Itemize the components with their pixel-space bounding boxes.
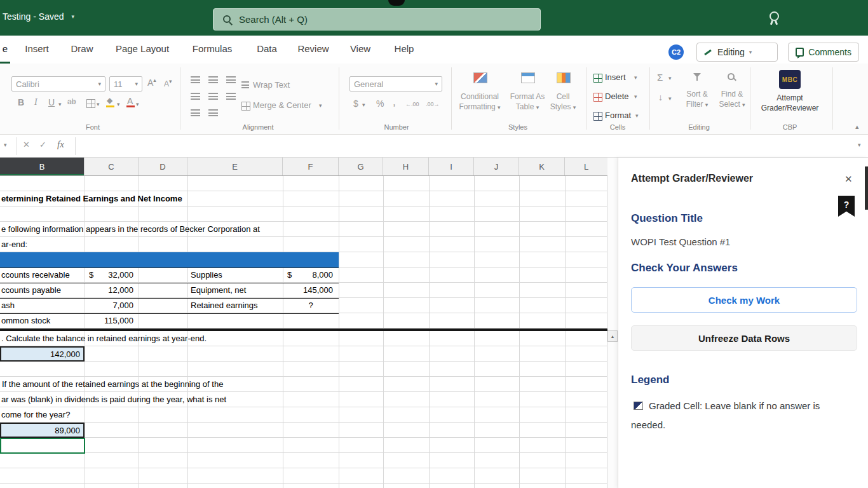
group-divider bbox=[750, 67, 750, 130]
currency-button[interactable]: $ bbox=[353, 99, 358, 108]
column-header-b[interactable]: B bbox=[0, 158, 85, 175]
close-pane-button[interactable]: ✕ bbox=[844, 173, 853, 185]
cell-question2-line3[interactable]: come for the year? bbox=[1, 410, 70, 419]
borders-button[interactable] bbox=[86, 99, 95, 108]
align-right-button[interactable] bbox=[208, 109, 218, 116]
search-input[interactable]: Search (Alt + Q) bbox=[213, 8, 541, 30]
indent-button[interactable] bbox=[226, 93, 236, 100]
tab-review[interactable]: Review bbox=[291, 36, 336, 62]
pane-scrollbar-thumb[interactable] bbox=[865, 166, 868, 210]
tab-data[interactable]: Data bbox=[248, 36, 286, 62]
column-header-i[interactable]: I bbox=[429, 158, 474, 175]
vertical-scrollbar[interactable] bbox=[607, 158, 618, 488]
align-top-button[interactable] bbox=[191, 76, 200, 83]
merge-center-button[interactable]: Merge & Center bbox=[253, 100, 311, 110]
table-cell[interactable]: 145,000 bbox=[287, 285, 333, 295]
column-header-l[interactable]: L bbox=[565, 158, 607, 175]
answer-cell-retained-earnings[interactable]: 142,000 bbox=[0, 346, 85, 362]
comments-button[interactable]: Comments bbox=[788, 43, 859, 62]
table-cell[interactable]: Equipment, net bbox=[191, 285, 246, 295]
align-middle-button[interactable] bbox=[191, 93, 200, 100]
table-cell[interactable]: ash bbox=[1, 301, 15, 310]
legend-heading: Legend bbox=[631, 374, 669, 386]
answer-cell-net-income[interactable]: 89,000 bbox=[0, 423, 85, 438]
name-box[interactable]: ▾ bbox=[4, 142, 7, 148]
document-title[interactable]: Testing - Saved ▾ bbox=[3, 11, 74, 22]
table-cell[interactable]: 8,000 bbox=[287, 270, 333, 280]
table-cell[interactable]: 7,000 bbox=[89, 301, 133, 310]
font-color-button[interactable]: A bbox=[127, 97, 133, 105]
cell-question2-line2[interactable]: ar was (blank) in dividends is paid duri… bbox=[1, 395, 226, 404]
tab-help[interactable]: Help bbox=[385, 36, 423, 62]
column-header-k[interactable]: K bbox=[519, 158, 565, 175]
wrap-text-button[interactable]: Wrap Text bbox=[253, 80, 290, 90]
cancel-button[interactable]: ✕ bbox=[23, 140, 30, 149]
table-cell[interactable]: ? bbox=[283, 301, 339, 310]
formula-bar-expand-button[interactable]: ▾ bbox=[858, 142, 861, 148]
table-cell[interactable]: ccounts payable bbox=[1, 285, 61, 295]
column-header-d[interactable]: D bbox=[139, 158, 187, 175]
align-bottom-button[interactable] bbox=[191, 109, 200, 116]
formula-input[interactable] bbox=[76, 135, 851, 157]
font-name-select[interactable]: Calibri ▾ bbox=[11, 76, 105, 92]
column-header-h[interactable]: H bbox=[383, 158, 429, 175]
font-size-value: 11 bbox=[114, 79, 123, 89]
table-border bbox=[0, 283, 339, 283]
table-cell[interactable]: ccounts receivable bbox=[1, 270, 70, 280]
tab-view[interactable]: View bbox=[341, 36, 380, 62]
column-header-e[interactable]: E bbox=[187, 158, 283, 175]
fill-color-button[interactable]: ◆ bbox=[107, 97, 112, 104]
table-cell[interactable]: 115,000 bbox=[89, 316, 133, 325]
cell-worksheet-title[interactable]: etermining Retained Earnings and Net Inc… bbox=[1, 194, 182, 203]
ribbon: Calibri ▾ 11 ▾ A▴ A▾ B I U ▾ ab ▾ ◆ ▾ A … bbox=[0, 64, 868, 135]
italic-button[interactable]: I bbox=[34, 98, 37, 107]
editing-mode-button[interactable]: Editing ▾ bbox=[696, 43, 778, 62]
tab-formulas[interactable]: Formulas bbox=[183, 36, 241, 62]
column-header-j[interactable]: J bbox=[474, 158, 519, 175]
increase-font-button[interactable]: A▴ bbox=[147, 78, 156, 87]
scrollbar-up-button[interactable]: ▲ bbox=[607, 330, 618, 342]
coauthor-avatar[interactable]: C2 bbox=[668, 44, 684, 60]
column-header-f[interactable]: F bbox=[283, 158, 339, 175]
cell-intro-line1[interactable]: e following information appears in the r… bbox=[1, 224, 260, 234]
enter-button[interactable]: ✓ bbox=[39, 140, 46, 149]
gridline bbox=[474, 176, 475, 488]
strikethrough-button[interactable]: ab bbox=[67, 98, 76, 105]
coming-soon-ribbon-icon[interactable] bbox=[768, 11, 782, 25]
table-cell[interactable]: Supplies bbox=[191, 270, 222, 280]
bold-button[interactable]: B bbox=[18, 98, 24, 107]
tab-page-layout[interactable]: Page Layout bbox=[107, 36, 178, 62]
table-cell[interactable]: 12,000 bbox=[89, 285, 133, 295]
number-format-select[interactable]: General ▾ bbox=[349, 76, 442, 92]
align-center-button[interactable] bbox=[208, 93, 218, 100]
table-cell[interactable]: ommon stock bbox=[1, 316, 50, 325]
check-my-work-button[interactable]: Check my Work bbox=[631, 287, 857, 313]
increase-decimal-button[interactable]: ←.00 bbox=[405, 102, 419, 107]
grid-bottom-pane[interactable] bbox=[0, 331, 607, 488]
column-header-c[interactable]: C bbox=[85, 158, 139, 175]
table-cell[interactable]: 32,000 bbox=[89, 270, 133, 280]
decrease-font-button[interactable]: A▾ bbox=[164, 79, 172, 88]
tab-draw[interactable]: Draw bbox=[62, 36, 102, 62]
align-left-button[interactable] bbox=[208, 76, 218, 83]
comma-style-button[interactable]: , bbox=[393, 97, 396, 107]
fill-button[interactable]: ↓ bbox=[658, 93, 663, 102]
collapse-ribbon-button[interactable]: ▴ bbox=[855, 123, 859, 130]
table-cell[interactable]: Retained earnings bbox=[191, 301, 258, 310]
unfreeze-data-rows-button[interactable]: Unfreeze Data Rows bbox=[631, 325, 857, 351]
insert-function-button[interactable]: fx bbox=[57, 139, 64, 150]
orientation-button[interactable] bbox=[226, 76, 236, 83]
help-bookmark-button[interactable]: ? bbox=[838, 196, 855, 217]
autosum-button[interactable]: Σ bbox=[657, 72, 663, 82]
cell-question2-line1[interactable]: If the amount of the retained earnings a… bbox=[2, 379, 223, 389]
underline-button[interactable]: U bbox=[48, 98, 55, 107]
column-header-g[interactable]: G bbox=[339, 158, 383, 175]
tab-insert[interactable]: Insert bbox=[15, 36, 58, 62]
cell-question1[interactable]: . Calculate the balance in retained earn… bbox=[1, 334, 207, 343]
cell-intro-line2[interactable]: ar-end: bbox=[1, 240, 27, 249]
decrease-decimal-button[interactable]: .00→ bbox=[426, 102, 440, 107]
percent-button[interactable]: % bbox=[376, 99, 384, 108]
tab-home-partial[interactable]: e bbox=[0, 36, 10, 64]
font-size-select[interactable]: 11 ▾ bbox=[109, 76, 142, 92]
active-cell[interactable] bbox=[0, 438, 85, 454]
